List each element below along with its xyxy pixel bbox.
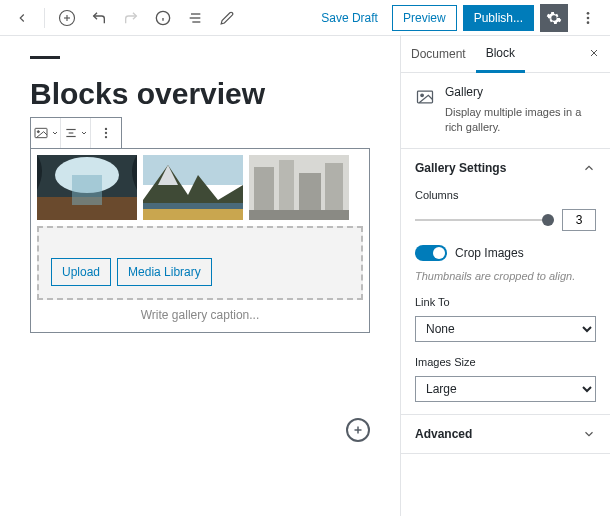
gallery-image-1[interactable]	[37, 155, 137, 220]
post-title[interactable]: Blocks overview	[30, 77, 370, 111]
image-size-field: Images Size Large	[415, 356, 596, 402]
chevron-down-icon	[582, 427, 596, 441]
close-sidebar-button[interactable]	[578, 39, 610, 70]
crop-field: Crop Images Thumbnails are cropped to al…	[415, 245, 596, 282]
settings-button[interactable]	[540, 4, 568, 32]
svg-rect-34	[249, 210, 349, 220]
gallery-image-2[interactable]	[143, 155, 243, 220]
tab-document[interactable]: Document	[401, 37, 476, 71]
block-more-button[interactable]	[91, 118, 121, 148]
tab-block[interactable]: Block	[476, 36, 525, 73]
publish-button[interactable]: Publish...	[463, 5, 534, 31]
svg-point-13	[37, 131, 39, 133]
block-toolbar	[30, 117, 122, 149]
crop-label: Crop Images	[455, 246, 524, 260]
gallery-thumbs	[37, 155, 363, 220]
media-library-button[interactable]: Media Library	[117, 258, 212, 286]
columns-input[interactable]	[562, 209, 596, 231]
svg-rect-23	[72, 175, 102, 205]
advanced-panel: Advanced	[401, 415, 610, 454]
back-button[interactable]	[8, 4, 36, 32]
redo-button[interactable]	[117, 4, 145, 32]
edit-button[interactable]	[213, 4, 241, 32]
preview-button[interactable]: Preview	[392, 5, 457, 31]
gallery-settings-toggle[interactable]: Gallery Settings	[415, 161, 596, 175]
more-menu-button[interactable]	[574, 4, 602, 32]
top-toolbar: Save Draft Preview Publish...	[0, 0, 610, 36]
settings-sidebar: Document Block Gallery Display multiple …	[400, 36, 610, 516]
block-name: Gallery	[445, 85, 596, 99]
svg-point-10	[587, 16, 590, 19]
gallery-image-3[interactable]	[249, 155, 349, 220]
main: Blocks overview Upload Media Library Wri…	[0, 36, 610, 516]
toolbar-left	[8, 4, 241, 32]
outline-button[interactable]	[181, 4, 209, 32]
slider-knob[interactable]	[542, 214, 554, 226]
block-type-button[interactable]	[31, 118, 61, 148]
upload-button[interactable]: Upload	[51, 258, 111, 286]
block-description: Display multiple images in a rich galler…	[445, 105, 596, 136]
svg-point-19	[105, 136, 107, 138]
link-to-select[interactable]: None	[415, 316, 596, 342]
columns-field: Columns	[415, 189, 596, 231]
add-block-button[interactable]	[53, 4, 81, 32]
gallery-block[interactable]: Upload Media Library Write gallery capti…	[30, 148, 370, 333]
chevron-up-icon	[582, 161, 596, 175]
info-button[interactable]	[149, 4, 177, 32]
crop-toggle[interactable]	[415, 245, 447, 261]
image-size-label: Images Size	[415, 356, 596, 368]
gallery-dropzone[interactable]: Upload Media Library	[37, 226, 363, 300]
sidebar-tabs: Document Block	[401, 36, 610, 73]
svg-point-11	[587, 21, 590, 24]
editor-canvas[interactable]: Blocks overview Upload Media Library Wri…	[0, 36, 400, 516]
gallery-settings-panel: Gallery Settings Columns Crop Images Thu…	[401, 149, 610, 415]
divider	[44, 8, 45, 28]
svg-point-18	[105, 132, 107, 134]
crop-hint: Thumbnails are cropped to align.	[415, 270, 596, 282]
link-to-field: Link To None	[415, 296, 596, 342]
svg-rect-28	[143, 203, 243, 209]
advanced-toggle[interactable]: Advanced	[415, 427, 596, 441]
link-to-label: Link To	[415, 296, 596, 308]
save-draft-button[interactable]: Save Draft	[313, 5, 386, 31]
align-button[interactable]	[61, 118, 91, 148]
panel-heading: Gallery Settings	[415, 161, 506, 175]
gallery-caption-input[interactable]: Write gallery caption...	[37, 300, 363, 326]
svg-point-9	[587, 12, 590, 15]
svg-point-17	[105, 128, 107, 130]
columns-label: Columns	[415, 189, 596, 201]
svg-point-40	[421, 94, 424, 97]
title-separator	[30, 56, 60, 59]
block-info-panel: Gallery Display multiple images in a ric…	[401, 73, 610, 149]
columns-slider[interactable]	[415, 219, 554, 221]
image-size-select[interactable]: Large	[415, 376, 596, 402]
undo-button[interactable]	[85, 4, 113, 32]
panel-heading: Advanced	[415, 427, 472, 441]
add-block-trailing-button[interactable]	[346, 418, 370, 442]
toolbar-right: Save Draft Preview Publish...	[313, 4, 602, 32]
gallery-icon	[415, 87, 435, 136]
